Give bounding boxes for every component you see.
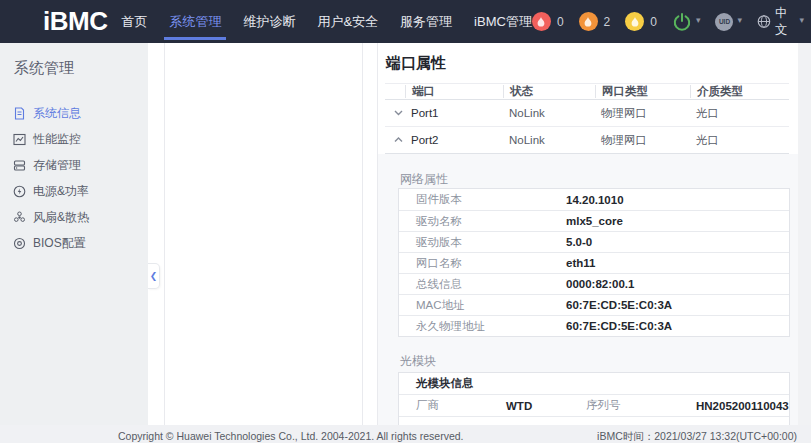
field-label: MAC地址	[399, 298, 566, 313]
field-value: HN205200110043	[696, 400, 789, 412]
menu-service-management[interactable]: 服务管理	[400, 0, 452, 43]
menu-home[interactable]: 首页	[121, 0, 147, 43]
ibmc-time-label: iBMC时间：	[597, 430, 654, 442]
sidebar-item-performance-monitor[interactable]: 性能监控	[0, 126, 148, 152]
field-value: 14.20.1010	[566, 194, 624, 206]
gear-icon	[13, 237, 26, 250]
col-header-port: 端口	[405, 85, 503, 98]
content-area: 系统管理 系统信息 性能监控	[0, 43, 811, 425]
power-icon	[672, 12, 692, 32]
optical-module-label: 光模块	[400, 353, 436, 370]
sidebar-menu: 系统信息 性能监控 存储管理	[0, 100, 148, 256]
field-value: WTD	[506, 400, 586, 412]
network-properties-label: 网络属性	[400, 171, 448, 188]
sidebar-item-label: 电源&功率	[33, 183, 89, 200]
expand-chevron-down-icon[interactable]	[385, 110, 405, 116]
field-label: 驱动版本	[399, 235, 566, 250]
uid-icon: UID	[715, 13, 733, 31]
table-row: 固件版本 14.20.1010	[399, 189, 789, 210]
field-label: 总线信息	[399, 277, 566, 292]
alarm-critical[interactable]: 0	[532, 12, 564, 31]
sidebar-item-label: 性能监控	[33, 131, 81, 148]
copyright-text: Copyright © Huawei Technologies Co., Ltd…	[118, 430, 464, 442]
table-row: MAC地址 60:7E:CD:5E:C0:3A	[399, 294, 789, 315]
sidebar-item-label: 存储管理	[33, 157, 81, 174]
chevron-down-icon: ▾	[737, 16, 742, 25]
sidebar-collapse-button[interactable]: ❮	[148, 263, 160, 289]
main-menu: 首页 系统管理 维护诊断 用户&安全 服务管理 iBMC管理	[121, 0, 531, 43]
field-label: 固件版本	[399, 192, 566, 207]
table-row: 厂商 WTD 序列号 HN205200110043	[399, 395, 789, 417]
ibmc-logo: iBMC	[43, 6, 107, 37]
port-net-type: 物理网口	[595, 133, 690, 148]
chevron-down-icon: ▾	[696, 16, 701, 25]
field-value: 5.0-0	[566, 236, 592, 248]
menu-maintenance-diagnostics[interactable]: 维护诊断	[243, 0, 295, 43]
port-media-type: 光口	[690, 133, 789, 148]
sidebar: 系统管理 系统信息 性能监控	[0, 43, 148, 425]
field-label: 网口名称	[399, 256, 566, 271]
sidebar-item-storage-management[interactable]: 存储管理	[0, 152, 148, 178]
port-name: Port1	[405, 107, 503, 119]
collapse-chevron-up-icon[interactable]	[385, 137, 405, 143]
port-status: NoLink	[503, 134, 595, 146]
menu-ibmc-management[interactable]: iBMC管理	[474, 0, 532, 43]
pane-divider	[362, 43, 363, 425]
line-chart-icon	[13, 133, 26, 146]
page-title: 端口属性	[386, 54, 446, 73]
language-selector[interactable]: 中文 ▾	[757, 5, 804, 39]
col-header-media-type: 介质类型	[690, 85, 789, 98]
field-label: 永久物理地址	[399, 319, 566, 334]
sidebar-item-bios-config[interactable]: BIOS配置	[0, 230, 148, 256]
major-alarm-flame-icon	[579, 12, 598, 31]
col-header-net-type: 网口类型	[595, 85, 690, 98]
major-alarm-count: 2	[604, 15, 611, 29]
menu-system-management[interactable]: 系统管理	[169, 0, 221, 43]
table-row: 总线信息 0000:82:00.1	[399, 273, 789, 294]
scrollbar-track[interactable]	[798, 43, 811, 425]
sidebar-item-power-wattage[interactable]: 电源&功率	[0, 178, 148, 204]
storage-icon	[13, 159, 26, 172]
power-control-dropdown[interactable]: ▾	[672, 12, 701, 32]
optical-module-table: 光模块信息 厂商 WTD 序列号 HN205200110043	[398, 372, 790, 425]
field-label: 序列号	[586, 398, 696, 413]
port-net-type: 物理网口	[595, 106, 690, 121]
field-value: mlx5_core	[566, 215, 623, 227]
port-properties-panel: 端口属性 端口 状态 网口类型 介质类型 Port1 NoLink 物理网口 光…	[378, 43, 798, 425]
sidebar-item-system-info[interactable]: 系统信息	[0, 100, 148, 126]
table-row: 网口名称 eth11	[399, 252, 789, 273]
port-status: NoLink	[503, 107, 595, 119]
sidebar-item-fan-cooling[interactable]: 风扇&散热	[0, 204, 148, 230]
field-value: 0000:82:00.1	[566, 278, 634, 290]
alarm-minor[interactable]: 0	[625, 12, 657, 31]
minor-alarm-count: 0	[650, 15, 657, 29]
table-row: 驱动版本 5.0-0	[399, 231, 789, 252]
ibmc-time: iBMC时间：2021/03/27 13:32(UTC+00:00)	[597, 430, 797, 443]
uid-indicator-dropdown[interactable]: UID ▾	[715, 13, 742, 31]
power-bolt-icon	[13, 185, 26, 198]
sidebar-item-label: 风扇&散热	[33, 209, 89, 226]
col-header-status: 状态	[503, 85, 595, 98]
sidebar-item-label: 系统信息	[33, 105, 81, 122]
table-row: 永久物理地址 60:7E:CD:5E:C0:3A	[399, 315, 789, 336]
optical-module-info-header: 光模块信息	[399, 373, 789, 395]
topbar-right-cluster: 0 2 0 ▾ UID ▾	[532, 5, 811, 39]
table-row-port1[interactable]: Port1 NoLink 物理网口 光口	[385, 100, 789, 127]
table-row-clipped	[399, 417, 789, 425]
port-name: Port2	[405, 134, 503, 146]
footer: Copyright © Huawei Technologies Co., Ltd…	[0, 425, 811, 443]
fan-icon	[13, 211, 26, 224]
top-navbar: iBMC 首页 系统管理 维护诊断 用户&安全 服务管理 iBMC管理 0 2 …	[0, 0, 811, 43]
language-label: 中文	[775, 5, 795, 39]
field-value: eth11	[566, 257, 595, 269]
table-row-port2[interactable]: Port2 NoLink 物理网口 光口	[385, 127, 789, 154]
network-properties-table: 固件版本 14.20.1010 驱动名称 mlx5_core 驱动版本 5.0-…	[398, 188, 790, 337]
pane-divider	[164, 43, 165, 425]
port-table-header: 端口 状态 网口类型 介质类型	[385, 83, 789, 100]
field-label: 厂商	[399, 398, 506, 413]
alarm-major[interactable]: 2	[579, 12, 611, 31]
port2-expanded-details: 网络属性 固件版本 14.20.1010 驱动名称 mlx5_core 驱动版本…	[378, 154, 798, 425]
document-icon	[13, 107, 26, 120]
menu-user-security[interactable]: 用户&安全	[317, 0, 378, 43]
table-row: 驱动名称 mlx5_core	[399, 210, 789, 231]
